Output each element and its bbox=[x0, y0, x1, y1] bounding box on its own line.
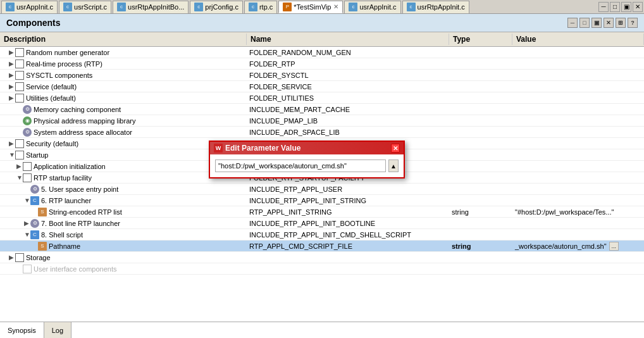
row-description: 7. Boot line RTP launcher bbox=[41, 220, 120, 227]
value-cell bbox=[512, 70, 644, 80]
components-header: Components ─ □ ▣ ✕ ⊞ ? bbox=[0, 14, 644, 32]
type-cell bbox=[449, 229, 512, 240]
expand-arrow[interactable]: ▼ bbox=[16, 174, 23, 181]
table-row[interactable]: ▶ SYSCTL components FOLDER_SYSCTL bbox=[0, 70, 644, 81]
value-cell bbox=[512, 115, 644, 126]
description-cell: ▶ Real-time process (RTP) bbox=[0, 58, 247, 69]
expand-arrow[interactable]: ▶ bbox=[9, 72, 15, 78]
tab-usrAppInit2[interactable]: c usrAppInit.c bbox=[344, 1, 400, 13]
lib-icon: ◉ bbox=[23, 116, 32, 125]
component-icon: C bbox=[30, 196, 39, 205]
table-row[interactable]: ▶ Service (default) FOLDER_SERVICE bbox=[0, 81, 644, 92]
bottom-bar: Synopsis Log bbox=[0, 322, 644, 338]
table-body[interactable]: ▶ Random number generator FOLDER_RANDOM_… bbox=[0, 47, 644, 322]
type-cell bbox=[449, 70, 512, 80]
value-column-header: Value bbox=[512, 34, 644, 45]
parameter-value-input[interactable] bbox=[215, 160, 386, 172]
value-cell bbox=[512, 184, 644, 194]
dialog-close-button[interactable]: ✕ bbox=[391, 144, 400, 153]
synopsis-tab[interactable]: Synopsis bbox=[0, 322, 44, 338]
expand-arrow[interactable]: ▼ bbox=[24, 231, 30, 238]
tab-prjConfig[interactable]: c prjConfig.c bbox=[190, 1, 243, 13]
name-cell: INCLUDE_RTP_APPL_INIT_CMD_SHELL_SCRIPT bbox=[247, 229, 449, 240]
dialog-titlebar: W Edit Parameter Value ✕ bbox=[210, 142, 404, 154]
expand-arrow[interactable]: ▶ bbox=[9, 83, 15, 90]
maximize-button[interactable]: □ bbox=[610, 2, 620, 12]
expand-arrow[interactable]: ▶ bbox=[9, 94, 15, 101]
table-row[interactable]: ▶ Random number generator FOLDER_RANDOM_… bbox=[0, 47, 644, 58]
table-row[interactable]: ▼ C 6. RTP launcher INCLUDE_RTP_APPL_INI… bbox=[0, 195, 644, 206]
table-row[interactable]: ▶ S Pathname RTP_APPL_CMD_SCRIPT_FILE st… bbox=[0, 241, 644, 252]
expand-arrow[interactable]: ▶ bbox=[9, 254, 15, 261]
restore-panel-button[interactable]: ▣ bbox=[591, 18, 602, 28]
expand-arrow[interactable]: ▼ bbox=[9, 151, 15, 158]
tab-usrScript[interactable]: c usrScript.c bbox=[59, 1, 111, 13]
type-cell bbox=[449, 218, 512, 228]
minimize-button[interactable]: ─ bbox=[598, 2, 609, 12]
name-cell: INCLUDE_MEM_PART_CACHE bbox=[247, 104, 449, 115]
maximize-panel-button[interactable]: □ bbox=[579, 18, 590, 28]
table-row[interactable]: ▶ ⚙ System address space allocator INCLU… bbox=[0, 127, 644, 138]
dialog-input-row: ▲ bbox=[215, 160, 399, 172]
storage-row[interactable]: ▶ Storage bbox=[0, 252, 644, 263]
name-cell: FOLDER_SERVICE bbox=[247, 81, 449, 92]
tab-usrAppInit1[interactable]: c usrAppInit.c bbox=[1, 1, 58, 13]
expand-arrow[interactable]: ▶ bbox=[9, 49, 15, 56]
value-cell bbox=[512, 263, 644, 274]
row-description: Security (default) bbox=[26, 140, 78, 147]
type-cell bbox=[449, 58, 512, 69]
description-column-header: Description bbox=[0, 34, 247, 45]
table-row[interactable]: ▶ S String-encoded RTP list RTP_APPL_INI… bbox=[0, 206, 644, 218]
row-description: Startup bbox=[26, 151, 48, 159]
expand-arrow[interactable]: ▶ bbox=[16, 163, 23, 170]
restore-button[interactable]: ▣ bbox=[621, 2, 631, 12]
tab-label: usrAppInit.c bbox=[16, 3, 53, 11]
name-cell: INCLUDE_RTP_APPL_USER bbox=[247, 184, 449, 194]
table-row[interactable]: ▶ ◉ Physical address mapping library INC… bbox=[0, 115, 644, 127]
type-cell bbox=[449, 172, 512, 183]
close-panel-button[interactable]: ✕ bbox=[604, 18, 614, 28]
expand-arrow[interactable]: ▶ bbox=[9, 140, 15, 147]
name-cell bbox=[247, 252, 449, 263]
minimize-panel-button[interactable]: ─ bbox=[567, 18, 578, 28]
table-row[interactable]: ▼ C 8. Shell script INCLUDE_RTP_APPL_INI… bbox=[0, 229, 644, 241]
type-cell bbox=[449, 47, 512, 58]
value-cell bbox=[512, 92, 644, 103]
row-description: SYSCTL components bbox=[26, 72, 92, 79]
type-cell bbox=[449, 104, 512, 115]
value-cell bbox=[512, 81, 644, 92]
expand-arrow[interactable]: ▶ bbox=[9, 60, 15, 67]
grid-icon bbox=[15, 151, 24, 160]
tab-usrRtpAppInitBo[interactable]: c usrRtpAppInitBo... bbox=[113, 1, 189, 13]
expand-arrow[interactable]: ▶ bbox=[24, 220, 30, 227]
log-tab[interactable]: Log bbox=[44, 322, 71, 338]
description-cell: ▶ ⚙ 7. Boot line RTP launcher bbox=[0, 218, 247, 228]
value-cell bbox=[512, 104, 644, 115]
row-description: Memory caching component bbox=[34, 106, 121, 113]
grid-icon bbox=[15, 59, 24, 68]
collapse-panel-button[interactable]: ⊞ bbox=[616, 18, 626, 28]
type-cell bbox=[449, 115, 512, 126]
c-file-icon: c bbox=[249, 3, 257, 11]
grid-icon bbox=[23, 265, 32, 273]
table-row[interactable]: ▶ Utilities (default) FOLDER_UTILITIES bbox=[0, 92, 644, 104]
value-cell bbox=[512, 58, 644, 69]
tab-rtp[interactable]: c rtp.c bbox=[244, 1, 277, 13]
expand-arrow[interactable]: ▼ bbox=[24, 197, 30, 204]
tab-usrRtpAppInit[interactable]: c usrRtpAppInit.c bbox=[402, 1, 469, 13]
ui-components-row[interactable]: ▶ User interface components bbox=[0, 263, 644, 275]
table-row[interactable]: ▶ Real-time process (RTP) FOLDER_RTP bbox=[0, 58, 644, 70]
description-cell: ▼ C 6. RTP launcher bbox=[0, 195, 247, 206]
name-cell: FOLDER_RTP bbox=[247, 58, 449, 69]
tab-close-button[interactable]: ✕ bbox=[333, 3, 338, 10]
table-row[interactable]: ▶ ⚙ 7. Boot line RTP launcher INCLUDE_RT… bbox=[0, 218, 644, 229]
close-button[interactable]: ✕ bbox=[633, 2, 643, 12]
table-row[interactable]: ▶ ⚙ 5. User space entry point INCLUDE_RT… bbox=[0, 184, 644, 195]
edit-value-button[interactable]: ... bbox=[609, 242, 619, 251]
help-button[interactable]: ? bbox=[628, 18, 638, 28]
grid-icon bbox=[15, 82, 24, 91]
scroll-up-button[interactable]: ▲ bbox=[388, 160, 399, 172]
type-cell bbox=[449, 252, 512, 263]
table-row[interactable]: ▶ ⚙ Memory caching component INCLUDE_MEM… bbox=[0, 104, 644, 115]
tab-TestSimVip[interactable]: P *TestSimVip ✕ bbox=[278, 1, 343, 13]
